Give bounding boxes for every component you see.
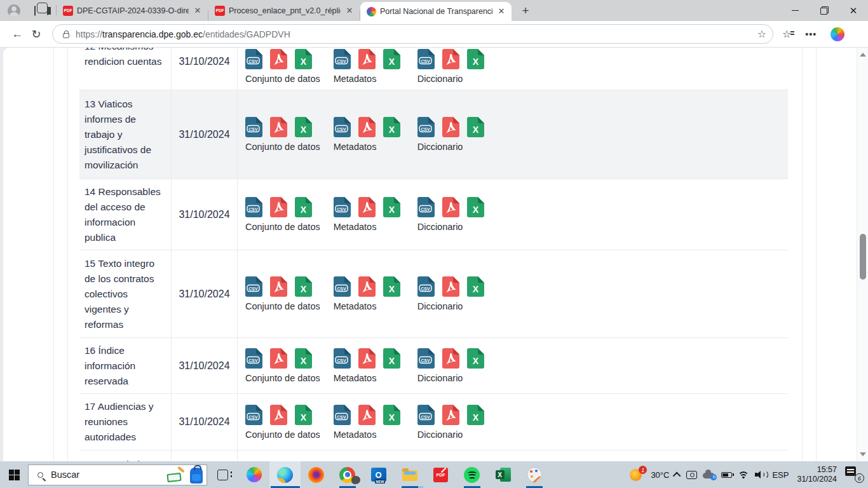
page-scrollbar[interactable] bbox=[857, 48, 868, 461]
download-group-label[interactable]: Diccionario bbox=[417, 142, 484, 152]
download-group-label[interactable]: Metadatos bbox=[334, 301, 400, 311]
csv-file-icon[interactable]: CSV bbox=[334, 348, 351, 369]
browser-tab[interactable]: PDF DPE-CGTAIP-2024-0339-O-directri ✕ bbox=[57, 0, 208, 21]
download-group-label[interactable]: Metadatos bbox=[334, 430, 400, 440]
csv-file-icon[interactable]: CSV bbox=[334, 197, 351, 217]
taskbar-app-file-explorer[interactable] bbox=[394, 461, 425, 488]
meet-now-icon[interactable] bbox=[686, 471, 697, 479]
download-group-label[interactable]: Metadatos bbox=[334, 142, 400, 152]
xls-file-icon[interactable]: X bbox=[467, 117, 484, 137]
xls-file-icon[interactable]: X bbox=[383, 405, 400, 425]
browser-tab[interactable]: PDF Proceso_enlace_pnt_v2.0_réplica_ ✕ bbox=[208, 0, 360, 21]
pdf-file-icon[interactable] bbox=[270, 405, 287, 425]
download-group-label[interactable]: Diccionario bbox=[417, 301, 484, 311]
scrollbar-thumb[interactable] bbox=[860, 234, 866, 280]
weather-widget[interactable]: 1 bbox=[630, 467, 645, 482]
csv-file-icon[interactable]: CSV bbox=[245, 117, 262, 137]
csv-file-icon[interactable]: CSV bbox=[417, 405, 435, 425]
xls-file-icon[interactable]: X bbox=[467, 197, 484, 217]
csv-file-icon[interactable]: CSV bbox=[417, 276, 435, 297]
taskbar-app-spotify[interactable] bbox=[456, 461, 487, 488]
taskbar-app-excel[interactable] bbox=[487, 461, 519, 488]
csv-file-icon[interactable]: CSV bbox=[334, 117, 351, 137]
pdf-file-icon[interactable] bbox=[442, 117, 459, 137]
pdf-file-icon[interactable] bbox=[442, 348, 459, 369]
download-group-label[interactable]: Conjunto de datos bbox=[245, 430, 320, 440]
start-button[interactable] bbox=[0, 461, 28, 488]
bookmark-star-icon[interactable]: ☆ bbox=[757, 28, 766, 40]
clock-widget[interactable]: 15:57 31/10/2024 bbox=[797, 465, 837, 484]
notification-center-icon[interactable]: 6 bbox=[845, 466, 864, 483]
tab-close-icon[interactable]: ✕ bbox=[496, 6, 506, 17]
pdf-file-icon[interactable] bbox=[358, 117, 376, 137]
xls-file-icon[interactable]: X bbox=[295, 117, 312, 137]
back-button[interactable]: ← bbox=[8, 25, 27, 44]
pdf-file-icon[interactable] bbox=[442, 197, 459, 217]
tab-close-icon[interactable]: ✕ bbox=[344, 6, 355, 16]
profile-avatar[interactable] bbox=[8, 4, 20, 17]
settings-menu-icon[interactable]: ••• bbox=[805, 29, 817, 39]
battery-icon[interactable] bbox=[721, 472, 732, 478]
pdf-file-icon[interactable] bbox=[442, 49, 459, 69]
xls-file-icon[interactable]: X bbox=[467, 49, 484, 69]
csv-file-icon[interactable]: CSV bbox=[417, 117, 435, 137]
scroll-up-icon[interactable] bbox=[860, 53, 866, 57]
download-group-label[interactable]: Conjunto de datos bbox=[245, 74, 320, 84]
close-window-button[interactable]: ✕ bbox=[839, 0, 868, 21]
xls-file-icon[interactable]: X bbox=[383, 276, 400, 297]
xls-file-icon[interactable]: X bbox=[383, 197, 400, 217]
download-group-label[interactable]: Conjunto de datos bbox=[245, 373, 320, 383]
csv-file-icon[interactable]: CSV bbox=[245, 348, 262, 369]
xls-file-icon[interactable]: X bbox=[295, 405, 312, 425]
xls-file-icon[interactable]: X bbox=[467, 348, 484, 369]
wifi-icon[interactable] bbox=[738, 470, 749, 479]
xls-file-icon[interactable]: X bbox=[295, 276, 312, 297]
copilot-icon[interactable] bbox=[831, 27, 844, 41]
csv-file-icon[interactable]: CSV bbox=[245, 405, 262, 425]
download-group-label[interactable]: Conjunto de datos bbox=[245, 301, 320, 311]
download-group-label[interactable]: Diccionario bbox=[417, 373, 484, 383]
taskbar-app-copilot[interactable] bbox=[238, 461, 269, 488]
scroll-down-icon[interactable] bbox=[860, 452, 866, 456]
xls-file-icon[interactable]: X bbox=[383, 348, 400, 369]
new-tab-button[interactable]: + bbox=[517, 2, 534, 20]
pdf-file-icon[interactable] bbox=[442, 405, 459, 425]
taskbar-app-outlook[interactable]: ONEW bbox=[363, 461, 394, 488]
xls-file-icon[interactable]: X bbox=[295, 49, 312, 69]
pdf-file-icon[interactable] bbox=[358, 49, 376, 69]
csv-file-icon[interactable]: CSV bbox=[334, 405, 351, 425]
csv-file-icon[interactable]: CSV bbox=[417, 49, 435, 69]
csv-file-icon[interactable]: CSV bbox=[334, 276, 351, 297]
download-group-label[interactable]: Diccionario bbox=[417, 74, 484, 84]
taskbar-app-task-view[interactable] bbox=[207, 461, 238, 488]
volume-icon[interactable] bbox=[755, 470, 766, 479]
refresh-button[interactable]: ↻ bbox=[27, 25, 46, 44]
temperature-label[interactable]: 30°C bbox=[651, 470, 669, 480]
browser-tab[interactable]: Portal Nacional de Transparencia ✕ bbox=[360, 2, 512, 21]
csv-file-icon[interactable]: CSV bbox=[245, 276, 262, 297]
xls-file-icon[interactable]: X bbox=[383, 117, 400, 137]
pdf-file-icon[interactable] bbox=[270, 348, 287, 369]
onedrive-icon[interactable]: ↻ bbox=[703, 470, 715, 479]
download-group-label[interactable]: Diccionario bbox=[417, 222, 484, 232]
taskbar-app-paint[interactable] bbox=[519, 461, 550, 488]
pdf-file-icon[interactable] bbox=[270, 276, 287, 297]
csv-file-icon[interactable]: CSV bbox=[334, 49, 351, 69]
restore-button[interactable] bbox=[810, 0, 839, 21]
address-bar[interactable]: https://transparencia.dpe.gob.ec/entidad… bbox=[52, 24, 773, 44]
taskbar-app-pdf-app[interactable]: PDF bbox=[425, 461, 456, 488]
taskbar-app-edge[interactable] bbox=[269, 461, 301, 488]
favorites-icon[interactable]: ☆ bbox=[782, 28, 791, 40]
language-indicator[interactable]: ESP bbox=[772, 470, 789, 480]
pdf-file-icon[interactable] bbox=[358, 405, 376, 425]
xls-file-icon[interactable]: X bbox=[383, 49, 400, 69]
workspaces-icon[interactable] bbox=[28, 4, 42, 18]
pdf-file-icon[interactable] bbox=[270, 197, 287, 217]
csv-file-icon[interactable]: CSV bbox=[417, 348, 435, 369]
xls-file-icon[interactable]: X bbox=[295, 197, 312, 217]
xls-file-icon[interactable]: X bbox=[295, 348, 312, 369]
download-group-label[interactable]: Conjunto de datos bbox=[245, 142, 320, 152]
xls-file-icon[interactable]: X bbox=[467, 405, 484, 425]
pdf-file-icon[interactable] bbox=[270, 117, 287, 137]
csv-file-icon[interactable]: CSV bbox=[417, 197, 435, 217]
